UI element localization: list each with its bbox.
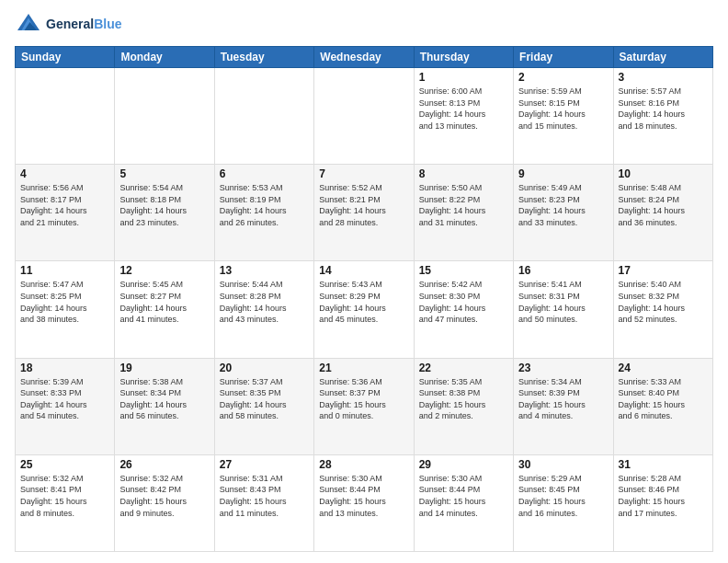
calendar-cell: 28Sunrise: 5:30 AM Sunset: 8:44 PM Dayli…: [314, 454, 414, 551]
day-info: Sunrise: 5:30 AM Sunset: 8:44 PM Dayligh…: [419, 473, 508, 519]
day-number: 2: [518, 71, 608, 84]
day-info: Sunrise: 5:32 AM Sunset: 8:41 PM Dayligh…: [20, 473, 109, 519]
calendar-cell: 6Sunrise: 5:53 AM Sunset: 8:19 PM Daylig…: [214, 165, 313, 261]
calendar-cell: 23Sunrise: 5:34 AM Sunset: 8:39 PM Dayli…: [514, 358, 613, 454]
day-number: 27: [220, 458, 309, 471]
weekday-header-sunday: Sunday: [16, 47, 115, 68]
weekday-header-thursday: Thursday: [414, 47, 513, 68]
calendar-cell: 27Sunrise: 5:31 AM Sunset: 8:43 PM Dayli…: [214, 454, 313, 551]
calendar-cell: 8Sunrise: 5:50 AM Sunset: 8:22 PM Daylig…: [414, 165, 513, 261]
logo-icon: [15, 11, 42, 39]
day-info: Sunrise: 5:30 AM Sunset: 8:44 PM Dayligh…: [319, 473, 408, 519]
day-info: Sunrise: 5:33 AM Sunset: 8:40 PM Dayligh…: [619, 376, 708, 422]
calendar-cell: 21Sunrise: 5:36 AM Sunset: 8:37 PM Dayli…: [314, 358, 414, 454]
day-info: Sunrise: 5:28 AM Sunset: 8:46 PM Dayligh…: [619, 473, 708, 519]
calendar-cell: 2Sunrise: 5:59 AM Sunset: 8:15 PM Daylig…: [514, 68, 613, 165]
day-number: 31: [619, 458, 708, 471]
logo-text: GeneralBlue: [46, 17, 121, 31]
day-number: 18: [20, 362, 109, 374]
calendar-week-0: 1Sunrise: 6:00 AM Sunset: 8:13 PM Daylig…: [16, 68, 713, 165]
calendar-cell: 29Sunrise: 5:30 AM Sunset: 8:44 PM Dayli…: [414, 454, 513, 551]
calendar-cell: 5Sunrise: 5:54 AM Sunset: 8:18 PM Daylig…: [115, 165, 214, 261]
day-number: 8: [419, 167, 508, 180]
day-number: 24: [619, 362, 708, 374]
day-info: Sunrise: 5:49 AM Sunset: 8:23 PM Dayligh…: [518, 182, 608, 228]
day-number: 23: [518, 362, 608, 374]
day-info: Sunrise: 5:29 AM Sunset: 8:45 PM Dayligh…: [518, 473, 608, 519]
day-number: 15: [419, 264, 508, 277]
day-info: Sunrise: 5:42 AM Sunset: 8:30 PM Dayligh…: [419, 279, 508, 325]
calendar-cell: 10Sunrise: 5:48 AM Sunset: 8:24 PM Dayli…: [613, 165, 712, 261]
day-number: 7: [319, 167, 408, 180]
calendar-cell: 7Sunrise: 5:52 AM Sunset: 8:21 PM Daylig…: [314, 165, 414, 261]
calendar-cell: 31Sunrise: 5:28 AM Sunset: 8:46 PM Dayli…: [613, 454, 712, 551]
calendar-table: SundayMondayTuesdayWednesdayThursdayFrid…: [15, 46, 713, 552]
calendar-cell: 1Sunrise: 6:00 AM Sunset: 8:13 PM Daylig…: [414, 68, 513, 165]
calendar-week-4: 25Sunrise: 5:32 AM Sunset: 8:41 PM Dayli…: [16, 454, 713, 551]
day-number: 9: [518, 167, 608, 180]
day-info: Sunrise: 5:35 AM Sunset: 8:38 PM Dayligh…: [419, 376, 508, 422]
calendar-cell: [214, 68, 313, 165]
day-number: 13: [220, 264, 309, 277]
day-number: 22: [419, 362, 508, 374]
calendar-week-2: 11Sunrise: 5:47 AM Sunset: 8:25 PM Dayli…: [16, 261, 713, 358]
day-number: 11: [20, 264, 109, 277]
day-info: Sunrise: 5:59 AM Sunset: 8:15 PM Dayligh…: [518, 86, 608, 132]
day-info: Sunrise: 6:00 AM Sunset: 8:13 PM Dayligh…: [419, 86, 508, 132]
weekday-header-wednesday: Wednesday: [314, 47, 414, 68]
day-info: Sunrise: 5:34 AM Sunset: 8:39 PM Dayligh…: [518, 376, 608, 422]
day-number: 17: [619, 264, 708, 277]
calendar-cell: 24Sunrise: 5:33 AM Sunset: 8:40 PM Dayli…: [613, 358, 712, 454]
calendar-cell: 20Sunrise: 5:37 AM Sunset: 8:35 PM Dayli…: [214, 358, 313, 454]
calendar-cell: [16, 68, 115, 165]
calendar-cell: [314, 68, 414, 165]
weekday-header-saturday: Saturday: [613, 47, 712, 68]
day-number: 4: [20, 167, 109, 180]
day-number: 26: [119, 458, 209, 471]
calendar-cell: 9Sunrise: 5:49 AM Sunset: 8:23 PM Daylig…: [514, 165, 613, 261]
calendar-week-3: 18Sunrise: 5:39 AM Sunset: 8:33 PM Dayli…: [16, 358, 713, 454]
calendar-cell: 19Sunrise: 5:38 AM Sunset: 8:34 PM Dayli…: [115, 358, 214, 454]
day-info: Sunrise: 5:48 AM Sunset: 8:24 PM Dayligh…: [619, 182, 708, 228]
header: GeneralBlue: [15, 11, 713, 39]
calendar-cell: 25Sunrise: 5:32 AM Sunset: 8:41 PM Dayli…: [16, 454, 115, 551]
day-number: 30: [518, 458, 608, 471]
day-info: Sunrise: 5:31 AM Sunset: 8:43 PM Dayligh…: [220, 473, 309, 519]
day-info: Sunrise: 5:38 AM Sunset: 8:34 PM Dayligh…: [119, 376, 209, 422]
day-number: 28: [319, 458, 408, 471]
day-number: 14: [319, 264, 408, 277]
day-number: 1: [419, 71, 508, 84]
day-info: Sunrise: 5:53 AM Sunset: 8:19 PM Dayligh…: [220, 182, 309, 228]
day-info: Sunrise: 5:57 AM Sunset: 8:16 PM Dayligh…: [619, 86, 708, 132]
day-info: Sunrise: 5:52 AM Sunset: 8:21 PM Dayligh…: [319, 182, 408, 228]
day-info: Sunrise: 5:32 AM Sunset: 8:42 PM Dayligh…: [119, 473, 209, 519]
day-info: Sunrise: 5:37 AM Sunset: 8:35 PM Dayligh…: [220, 376, 309, 422]
day-number: 6: [220, 167, 309, 180]
day-number: 3: [619, 71, 708, 84]
day-info: Sunrise: 5:44 AM Sunset: 8:28 PM Dayligh…: [220, 279, 309, 325]
calendar-cell: 14Sunrise: 5:43 AM Sunset: 8:29 PM Dayli…: [314, 261, 414, 358]
day-number: 19: [119, 362, 209, 374]
day-number: 25: [20, 458, 109, 471]
day-info: Sunrise: 5:54 AM Sunset: 8:18 PM Dayligh…: [119, 182, 209, 228]
day-info: Sunrise: 5:39 AM Sunset: 8:33 PM Dayligh…: [20, 376, 109, 422]
day-info: Sunrise: 5:41 AM Sunset: 8:31 PM Dayligh…: [518, 279, 608, 325]
calendar-cell: 30Sunrise: 5:29 AM Sunset: 8:45 PM Dayli…: [514, 454, 613, 551]
day-info: Sunrise: 5:47 AM Sunset: 8:25 PM Dayligh…: [20, 279, 109, 325]
day-number: 21: [319, 362, 408, 374]
page: GeneralBlue SundayMondayTuesdayWednesday…: [0, 0, 728, 563]
weekday-header-row: SundayMondayTuesdayWednesdayThursdayFrid…: [16, 47, 713, 68]
weekday-header-tuesday: Tuesday: [214, 47, 313, 68]
logo: GeneralBlue: [15, 11, 121, 39]
calendar-cell: 16Sunrise: 5:41 AM Sunset: 8:31 PM Dayli…: [514, 261, 613, 358]
day-number: 29: [419, 458, 508, 471]
calendar-cell: 13Sunrise: 5:44 AM Sunset: 8:28 PM Dayli…: [214, 261, 313, 358]
day-number: 5: [119, 167, 209, 180]
calendar-cell: 17Sunrise: 5:40 AM Sunset: 8:32 PM Dayli…: [613, 261, 712, 358]
calendar-cell: 11Sunrise: 5:47 AM Sunset: 8:25 PM Dayli…: [16, 261, 115, 358]
calendar-cell: [115, 68, 214, 165]
calendar-cell: 18Sunrise: 5:39 AM Sunset: 8:33 PM Dayli…: [16, 358, 115, 454]
calendar-cell: 15Sunrise: 5:42 AM Sunset: 8:30 PM Dayli…: [414, 261, 513, 358]
day-number: 12: [119, 264, 209, 277]
day-info: Sunrise: 5:45 AM Sunset: 8:27 PM Dayligh…: [119, 279, 209, 325]
